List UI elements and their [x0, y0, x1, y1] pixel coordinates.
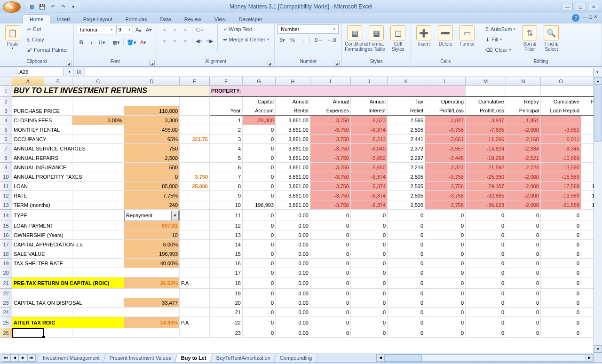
- scroll-down-button[interactable]: ▼: [594, 345, 602, 353]
- cell[interactable]: [72, 308, 124, 317]
- property-header[interactable]: PROPERTY:: [210, 86, 466, 97]
- rep-10[interactable]: -2,000: [506, 200, 541, 210]
- val-closing-pct[interactable]: 3.00%: [72, 116, 124, 125]
- int-17[interactable]: 0: [351, 268, 388, 277]
- int-23[interactable]: 0: [351, 328, 388, 338]
- rent-14[interactable]: 0.00: [276, 240, 310, 249]
- rent-13[interactable]: 0.00: [276, 230, 310, 240]
- cum-5[interactable]: -18,268: [466, 153, 506, 163]
- exp-21[interactable]: 0: [310, 308, 351, 317]
- insert-cells-button[interactable]: ➕Insert: [414, 24, 434, 47]
- lbl-ins[interactable]: ANNUAL INSURANCE: [12, 163, 72, 172]
- lbl-rental[interactable]: MONTHLY RENTAL: [12, 125, 72, 135]
- sheet-tab-buytorentamortization[interactable]: BuyToRentAmortization: [210, 354, 277, 362]
- hdr-repay-2[interactable]: Principal: [506, 106, 541, 116]
- cell[interactable]: [180, 328, 210, 338]
- cap-9[interactable]: 0: [243, 191, 276, 200]
- int-2[interactable]: -6,374: [351, 125, 388, 135]
- maximize-button[interactable]: ◻: [575, 3, 586, 10]
- cell[interactable]: [180, 210, 210, 221]
- loan-7[interactable]: -15,589: [541, 172, 581, 182]
- int-14[interactable]: 0: [351, 240, 388, 249]
- cell[interactable]: [180, 240, 210, 249]
- exp-1[interactable]: -3,750: [310, 116, 351, 125]
- cell[interactable]: [72, 153, 124, 163]
- int-3[interactable]: -6,213: [351, 135, 388, 144]
- cell[interactable]: [180, 163, 210, 172]
- cap-10[interactable]: 196,993: [243, 200, 276, 210]
- op-4[interactable]: -3,557: [425, 144, 466, 153]
- loan-1[interactable]: [541, 116, 581, 125]
- hdr-expenses-2[interactable]: Expenses: [310, 106, 351, 116]
- cell[interactable]: [72, 328, 124, 338]
- val-occ-e[interactable]: 321.75: [180, 135, 210, 144]
- sheet-tab-present-investment-values[interactable]: Present Investment Values: [103, 354, 177, 362]
- row-header-3[interactable]: 3: [0, 106, 12, 116]
- op-5[interactable]: -3,445: [425, 153, 466, 163]
- cum-22[interactable]: 0: [466, 317, 506, 328]
- rep-7[interactable]: -2,000: [506, 172, 541, 182]
- format-cells-button[interactable]: ▭Format: [457, 24, 477, 47]
- hdr-cum_pl-2[interactable]: Profit/Loss: [466, 106, 506, 116]
- rep-22[interactable]: 0: [506, 317, 541, 328]
- int-11[interactable]: 0: [351, 210, 388, 221]
- fill-button[interactable]: ⬇Fill▾: [483, 35, 518, 44]
- tab-home[interactable]: Home: [23, 15, 50, 24]
- val-taxsh[interactable]: 40.00%: [124, 259, 180, 268]
- rent-15[interactable]: 0.00: [276, 249, 310, 259]
- hscroll-thumb[interactable]: [384, 355, 422, 361]
- dec-decimal-button[interactable]: ←.0: [325, 35, 337, 45]
- rep-18[interactable]: 0: [506, 277, 541, 289]
- exp-9[interactable]: -3,750: [310, 191, 351, 200]
- lbl-type[interactable]: TYPE: [12, 210, 44, 221]
- lbl-captax[interactable]: CAPITAL TAX ON DISPOSAL: [12, 298, 124, 308]
- cap-14[interactable]: 0: [243, 240, 276, 249]
- tax-20[interactable]: 0: [388, 298, 425, 308]
- int-1[interactable]: -6,523: [351, 116, 388, 125]
- row-header-14[interactable]: 14: [0, 210, 12, 221]
- exp-14[interactable]: 0: [310, 240, 351, 249]
- cum-2[interactable]: -7,605: [466, 125, 506, 135]
- cut-button[interactable]: ✂Cut: [24, 24, 71, 34]
- rent-19[interactable]: 0.00: [276, 289, 310, 298]
- tax-19[interactable]: 0: [388, 289, 425, 298]
- percent-button[interactable]: %: [288, 35, 297, 45]
- scroll-up-button[interactable]: ▲: [594, 77, 602, 85]
- rent-3[interactable]: 3,861.00: [276, 135, 310, 144]
- scroll-left-button[interactable]: ◀: [377, 355, 384, 361]
- cum-21[interactable]: 0: [466, 308, 506, 317]
- int-22[interactable]: 0: [351, 317, 388, 328]
- row-header-23[interactable]: 23: [0, 298, 12, 308]
- hdr-capital-2[interactable]: Account: [243, 106, 276, 116]
- int-18[interactable]: 0: [351, 277, 388, 289]
- hdr-year-2[interactable]: Year: [210, 106, 243, 116]
- cum-10[interactable]: -36,623: [466, 200, 506, 210]
- align-top-button[interactable]: ≡: [160, 25, 169, 34]
- val-loan-e[interactable]: 25,000: [180, 182, 210, 191]
- val-capappr[interactable]: 6.00%: [124, 240, 180, 249]
- cap-19[interactable]: 0: [243, 289, 276, 298]
- next-sheet-button[interactable]: ▶: [19, 354, 27, 362]
- hdr-capital-1[interactable]: Capital: [243, 97, 276, 106]
- paste-button[interactable]: 📋 Paste ▾: [3, 24, 23, 50]
- cell[interactable]: [12, 97, 44, 106]
- lbl-capappr[interactable]: CAPITAL APPRECIATION p.a: [12, 240, 124, 249]
- shrink-font-button[interactable]: A▾: [144, 25, 154, 34]
- rent-10[interactable]: 3,861.00: [276, 200, 310, 210]
- font-color-button[interactable]: A▾: [139, 38, 148, 47]
- val-own[interactable]: 10: [124, 230, 180, 240]
- op-3[interactable]: -3,661: [425, 135, 466, 144]
- select-all-corner[interactable]: [0, 77, 12, 86]
- int-4[interactable]: -6,040: [351, 144, 388, 153]
- rep-17[interactable]: 0: [506, 268, 541, 277]
- cell[interactable]: [180, 125, 210, 135]
- cell[interactable]: [180, 153, 210, 163]
- rent-17[interactable]: 0.00: [276, 268, 310, 277]
- cap-21[interactable]: 0: [243, 308, 276, 317]
- cell[interactable]: [72, 268, 124, 277]
- val-rate[interactable]: 7.75%: [124, 191, 180, 200]
- cell[interactable]: [506, 86, 541, 97]
- rent-8[interactable]: 3,861.00: [276, 182, 310, 191]
- year-20[interactable]: 20: [210, 298, 243, 308]
- cell[interactable]: [180, 116, 210, 125]
